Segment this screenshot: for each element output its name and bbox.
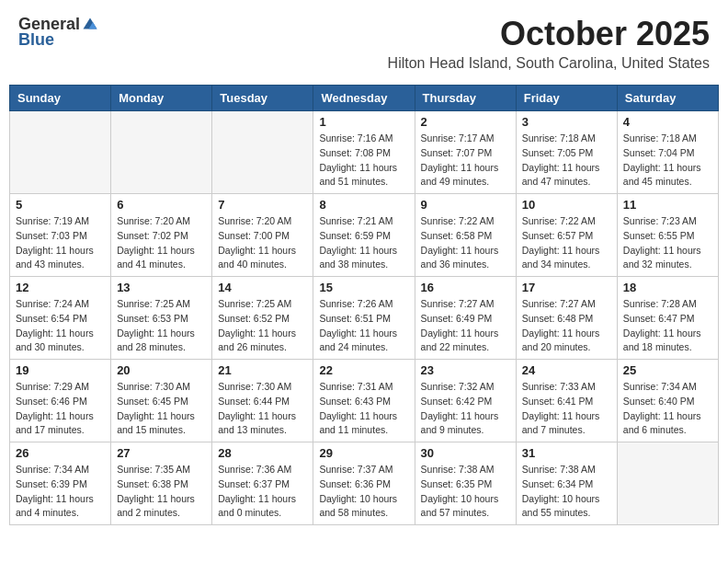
day-info: Sunrise: 7:26 AM Sunset: 6:51 PM Dayligh… [319, 297, 408, 355]
table-row: 6Sunrise: 7:20 AM Sunset: 7:02 PM Daylig… [111, 194, 212, 277]
day-number: 22 [319, 363, 408, 377]
day-info: Sunrise: 7:22 AM Sunset: 6:57 PM Dayligh… [522, 214, 611, 272]
day-number: 8 [319, 198, 408, 212]
day-info: Sunrise: 7:23 AM Sunset: 6:55 PM Dayligh… [623, 214, 712, 272]
day-number: 7 [218, 198, 307, 212]
table-row: 22Sunrise: 7:31 AM Sunset: 6:43 PM Dayli… [313, 360, 415, 442]
day-number: 1 [319, 115, 408, 129]
calendar-week-row: 5Sunrise: 7:19 AM Sunset: 7:03 PM Daylig… [10, 194, 719, 277]
day-info: Sunrise: 7:30 AM Sunset: 6:45 PM Dayligh… [117, 380, 206, 438]
table-row: 16Sunrise: 7:27 AM Sunset: 6:49 PM Dayli… [415, 277, 516, 360]
col-monday: Monday [111, 86, 212, 111]
table-row: 24Sunrise: 7:33 AM Sunset: 6:41 PM Dayli… [516, 360, 617, 442]
day-info: Sunrise: 7:25 AM Sunset: 6:52 PM Dayligh… [218, 297, 307, 355]
day-info: Sunrise: 7:27 AM Sunset: 6:48 PM Dayligh… [522, 297, 611, 355]
calendar-week-row: 12Sunrise: 7:24 AM Sunset: 6:54 PM Dayli… [10, 277, 719, 360]
day-info: Sunrise: 7:34 AM Sunset: 6:40 PM Dayligh… [623, 380, 712, 438]
day-number: 4 [623, 115, 712, 129]
day-info: Sunrise: 7:21 AM Sunset: 6:59 PM Dayligh… [319, 214, 408, 272]
day-number: 14 [218, 281, 307, 294]
table-row: 11Sunrise: 7:23 AM Sunset: 6:55 PM Dayli… [617, 194, 718, 277]
table-row: 15Sunrise: 7:26 AM Sunset: 6:51 PM Dayli… [313, 277, 415, 360]
day-info: Sunrise: 7:34 AM Sunset: 6:39 PM Dayligh… [16, 463, 105, 521]
calendar-week-row: 26Sunrise: 7:34 AM Sunset: 6:39 PM Dayli… [10, 442, 719, 525]
table-row: 26Sunrise: 7:34 AM Sunset: 6:39 PM Dayli… [10, 442, 111, 525]
day-info: Sunrise: 7:30 AM Sunset: 6:44 PM Dayligh… [218, 380, 307, 438]
day-info: Sunrise: 7:17 AM Sunset: 7:07 PM Dayligh… [421, 132, 510, 190]
location-title: Hilton Head Island, South Carolina, Unit… [388, 55, 710, 72]
day-info: Sunrise: 7:27 AM Sunset: 6:49 PM Dayligh… [421, 297, 510, 355]
day-number: 9 [421, 198, 510, 212]
day-number: 16 [421, 281, 510, 294]
calendar-week-row: 19Sunrise: 7:29 AM Sunset: 6:46 PM Dayli… [10, 360, 719, 442]
day-number: 25 [623, 363, 712, 377]
table-row: 9Sunrise: 7:22 AM Sunset: 6:58 PM Daylig… [415, 194, 516, 277]
day-info: Sunrise: 7:16 AM Sunset: 7:08 PM Dayligh… [319, 132, 408, 190]
day-info: Sunrise: 7:35 AM Sunset: 6:38 PM Dayligh… [117, 463, 206, 521]
day-info: Sunrise: 7:19 AM Sunset: 7:03 PM Dayligh… [16, 214, 105, 272]
table-row: 23Sunrise: 7:32 AM Sunset: 6:42 PM Dayli… [415, 360, 516, 442]
col-friday: Friday [516, 86, 617, 111]
table-row: 10Sunrise: 7:22 AM Sunset: 6:57 PM Dayli… [516, 194, 617, 277]
table-row: 25Sunrise: 7:34 AM Sunset: 6:40 PM Dayli… [617, 360, 718, 442]
logo-icon [82, 17, 98, 33]
day-info: Sunrise: 7:38 AM Sunset: 6:34 PM Dayligh… [522, 463, 611, 521]
table-row: 4Sunrise: 7:18 AM Sunset: 7:04 PM Daylig… [617, 111, 718, 194]
calendar-table: Sunday Monday Tuesday Wednesday Thursday… [9, 85, 719, 525]
table-row [10, 111, 111, 194]
day-number: 15 [319, 281, 408, 294]
page-header: General Blue October 2025 Hilton Head Is… [0, 0, 728, 77]
day-number: 3 [522, 115, 611, 129]
calendar-week-row: 1Sunrise: 7:16 AM Sunset: 7:08 PM Daylig… [10, 111, 719, 194]
day-number: 18 [623, 281, 712, 294]
day-info: Sunrise: 7:22 AM Sunset: 6:58 PM Dayligh… [421, 214, 510, 272]
col-saturday: Saturday [617, 86, 718, 111]
table-row: 18Sunrise: 7:28 AM Sunset: 6:47 PM Dayli… [617, 277, 718, 360]
day-number: 29 [319, 446, 408, 460]
day-number: 30 [421, 446, 510, 460]
title-block: October 2025 Hilton Head Island, South C… [388, 15, 710, 72]
table-row: 14Sunrise: 7:25 AM Sunset: 6:52 PM Dayli… [212, 277, 313, 360]
table-row: 13Sunrise: 7:25 AM Sunset: 6:53 PM Dayli… [111, 277, 212, 360]
table-row: 29Sunrise: 7:37 AM Sunset: 6:36 PM Dayli… [313, 442, 415, 525]
day-info: Sunrise: 7:38 AM Sunset: 6:35 PM Dayligh… [421, 463, 510, 521]
table-row: 3Sunrise: 7:18 AM Sunset: 7:05 PM Daylig… [516, 111, 617, 194]
day-info: Sunrise: 7:37 AM Sunset: 6:36 PM Dayligh… [319, 463, 408, 521]
table-row: 27Sunrise: 7:35 AM Sunset: 6:38 PM Dayli… [111, 442, 212, 525]
day-info: Sunrise: 7:18 AM Sunset: 7:04 PM Dayligh… [623, 132, 712, 190]
table-row: 17Sunrise: 7:27 AM Sunset: 6:48 PM Dayli… [516, 277, 617, 360]
day-info: Sunrise: 7:32 AM Sunset: 6:42 PM Dayligh… [421, 380, 510, 438]
day-number: 12 [16, 281, 105, 294]
day-info: Sunrise: 7:33 AM Sunset: 6:41 PM Dayligh… [522, 380, 611, 438]
day-number: 17 [522, 281, 611, 294]
day-number: 24 [522, 363, 611, 377]
table-row: 7Sunrise: 7:20 AM Sunset: 7:00 PM Daylig… [212, 194, 313, 277]
table-row: 2Sunrise: 7:17 AM Sunset: 7:07 PM Daylig… [415, 111, 516, 194]
table-row: 28Sunrise: 7:36 AM Sunset: 6:37 PM Dayli… [212, 442, 313, 525]
table-row: 20Sunrise: 7:30 AM Sunset: 6:45 PM Dayli… [111, 360, 212, 442]
col-sunday: Sunday [10, 86, 111, 111]
table-row [617, 442, 718, 525]
col-wednesday: Wednesday [313, 86, 415, 111]
day-number: 10 [522, 198, 611, 212]
day-number: 27 [117, 446, 206, 460]
day-number: 6 [117, 198, 206, 212]
table-row [111, 111, 212, 194]
day-number: 28 [218, 446, 307, 460]
month-title: October 2025 [388, 15, 710, 53]
table-row: 19Sunrise: 7:29 AM Sunset: 6:46 PM Dayli… [10, 360, 111, 442]
table-row: 8Sunrise: 7:21 AM Sunset: 6:59 PM Daylig… [313, 194, 415, 277]
table-row: 31Sunrise: 7:38 AM Sunset: 6:34 PM Dayli… [516, 442, 617, 525]
col-tuesday: Tuesday [212, 86, 313, 111]
day-info: Sunrise: 7:36 AM Sunset: 6:37 PM Dayligh… [218, 463, 307, 521]
logo: General Blue [18, 15, 98, 50]
col-thursday: Thursday [415, 86, 516, 111]
table-row: 12Sunrise: 7:24 AM Sunset: 6:54 PM Dayli… [10, 277, 111, 360]
day-number: 26 [16, 446, 105, 460]
day-info: Sunrise: 7:25 AM Sunset: 6:53 PM Dayligh… [117, 297, 206, 355]
logo-blue: Blue [18, 30, 54, 50]
day-info: Sunrise: 7:28 AM Sunset: 6:47 PM Dayligh… [623, 297, 712, 355]
day-number: 20 [117, 363, 206, 377]
day-number: 13 [117, 281, 206, 294]
day-number: 11 [623, 198, 712, 212]
